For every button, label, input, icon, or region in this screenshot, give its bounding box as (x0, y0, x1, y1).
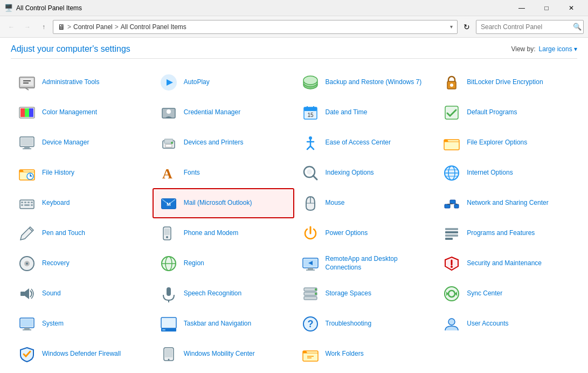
svg-point-106 (448, 319, 455, 325)
svg-rect-108 (165, 349, 172, 357)
panel-item-windows-mobility[interactable]: Windows Mobility Center (153, 339, 294, 369)
svg-rect-99 (24, 328, 30, 329)
backup-restore-label: Backup and Restore (Windows 7) (326, 78, 422, 87)
panel-item-device-manager[interactable]: Device Manager (11, 128, 153, 158)
panel-item-recovery[interactable]: Recovery (11, 248, 153, 279)
keyboard-icon (17, 194, 37, 213)
panel-item-credential-mgr[interactable]: Credential Manager (153, 98, 294, 128)
panel-item-devices-printers[interactable]: Devices and Printers (153, 128, 294, 158)
mail-outlook-icon: M (159, 194, 178, 213)
autoplay-icon (159, 73, 178, 92)
panel-item-security-maint[interactable]: Security and Maintenance (435, 248, 577, 279)
file-explorer-icon (442, 133, 461, 153)
panel-item-fonts[interactable]: AFonts (153, 158, 294, 188)
address-path[interactable]: 🖥 > Control Panel > All Control Panel It… (53, 20, 458, 34)
back-button[interactable]: ← (4, 20, 18, 34)
device-manager-label: Device Manager (42, 139, 89, 147)
security-maint-icon (442, 254, 461, 273)
minimize-button[interactable]: — (509, 0, 534, 16)
panel-item-taskbar-nav[interactable]: Taskbar and Navigation (153, 309, 294, 339)
panel-item-storage-spaces[interactable]: Storage Spaces (294, 279, 436, 309)
credential-mgr-icon (159, 103, 178, 122)
svg-rect-60 (450, 200, 455, 204)
panel-item-power-options[interactable]: Power Options (294, 218, 436, 248)
panel-item-mail-outlook[interactable]: MMail (Microsoft Outlook) (153, 188, 294, 218)
panel-item-work-folders[interactable]: Work Folders (294, 339, 436, 369)
svg-rect-16 (29, 108, 33, 117)
date-time-icon: 15 (301, 103, 320, 122)
svg-point-74 (26, 263, 28, 265)
breadcrumb-all-items[interactable]: All Control Panel Items (121, 23, 186, 31)
panel-item-indexing[interactable]: Indexing Options (294, 158, 436, 188)
svg-rect-68 (445, 228, 458, 230)
panel-item-sync-center[interactable]: Sync Center (435, 279, 577, 309)
panel-item-date-time[interactable]: 15Date and Time (294, 98, 436, 128)
pen-touch-label: Pen and Touch (42, 229, 85, 238)
panel-item-system[interactable]: System (11, 309, 153, 339)
indexing-label: Indexing Options (326, 169, 374, 177)
svg-rect-98 (21, 319, 33, 327)
panel-item-backup-restore[interactable]: Backup and Restore (Windows 7) (294, 67, 436, 98)
panel-item-user-accounts[interactable]: User Accounts (435, 309, 577, 339)
panel-item-network-sharing[interactable]: Network and Sharing Center (435, 188, 577, 218)
panel-item-speech-recog[interactable]: Speech Recognition (153, 279, 294, 309)
breadcrumb-control-panel[interactable]: Control Panel (73, 23, 113, 31)
bitlocker-label: BitLocker Drive Encryption (467, 78, 543, 87)
search-input[interactable] (476, 20, 584, 34)
panel-item-color-mgmt[interactable]: Color Management (11, 98, 153, 128)
viewby-value[interactable]: Large icons ▾ (539, 45, 577, 53)
recovery-label: Recovery (42, 259, 70, 268)
panel-item-phone-modem[interactable]: Phone and Modem (153, 218, 294, 248)
power-options-icon (301, 224, 320, 243)
breadcrumb-sep-1: > (67, 23, 71, 31)
panel-item-default-programs[interactable]: Default Programs (435, 98, 577, 128)
panel-item-bitlocker[interactable]: BitLocker Drive Encryption (435, 67, 577, 98)
keyboard-label: Keyboard (42, 199, 70, 208)
addressbar: ← → ↑ 🖥 > Control Panel > All Control Pa… (0, 16, 588, 38)
close-button[interactable]: ✕ (559, 0, 584, 16)
svg-point-12 (450, 84, 453, 87)
refresh-button[interactable]: ↻ (460, 20, 474, 34)
pen-touch-icon (17, 224, 37, 243)
panel-item-remoteapp[interactable]: RemoteApp and Desktop Connections (294, 248, 436, 279)
panel-item-internet-options[interactable]: Internet Options (435, 158, 577, 188)
svg-line-63 (455, 204, 457, 204)
maximize-button[interactable]: □ (534, 0, 559, 16)
up-button[interactable]: ↑ (37, 20, 51, 34)
indexing-icon (301, 163, 320, 183)
backup-restore-icon (301, 73, 320, 92)
panel-item-file-explorer[interactable]: File Explorer Options (435, 128, 577, 158)
search-icon-button[interactable]: 🔍 (573, 23, 582, 31)
forward-button[interactable]: → (20, 20, 34, 34)
panel-item-region[interactable]: Region (153, 248, 294, 279)
internet-options-label: Internet Options (467, 169, 513, 177)
mouse-label: Mouse (326, 199, 345, 208)
panel-item-troubleshooting[interactable]: ?Troubleshooting (294, 309, 436, 339)
programs-features-label: Programs and Features (467, 229, 535, 238)
svg-rect-103 (162, 329, 165, 330)
speech-recog-icon (159, 284, 178, 303)
path-icon: 🖥 (58, 23, 65, 31)
panel-item-autoplay[interactable]: AutoPlay (153, 67, 294, 98)
mail-outlook-label: Mail (Microsoft Outlook) (184, 199, 252, 208)
content-header: Adjust your computer's settings View by:… (11, 44, 577, 59)
panel-item-windows-defender[interactable]: Windows Defender Firewall (11, 339, 153, 369)
storage-spaces-icon (301, 284, 320, 303)
panel-item-ease-access[interactable]: Ease of Access Center (294, 128, 436, 158)
panel-item-keyboard[interactable]: Keyboard (11, 188, 153, 218)
panel-item-mouse[interactable]: Mouse (294, 188, 436, 218)
svg-text:A: A (162, 166, 172, 182)
svg-rect-59 (445, 204, 450, 208)
panel-item-pen-touch[interactable]: Pen and Touch (11, 218, 153, 248)
devices-printers-icon (159, 133, 178, 153)
panel-item-file-history[interactable]: File History (11, 158, 153, 188)
color-mgmt-icon (17, 103, 37, 122)
panel-item-admin-tools[interactable]: Administrative Tools (11, 67, 153, 98)
panel-item-sound[interactable]: Sound (11, 279, 153, 309)
admin-tools-icon (17, 73, 37, 92)
panel-item-programs-features[interactable]: Programs and Features (435, 218, 577, 248)
dropdown-arrow-icon[interactable]: ▾ (450, 24, 453, 30)
svg-rect-53 (31, 204, 33, 206)
svg-marker-86 (25, 288, 29, 299)
svg-rect-70 (445, 234, 458, 237)
